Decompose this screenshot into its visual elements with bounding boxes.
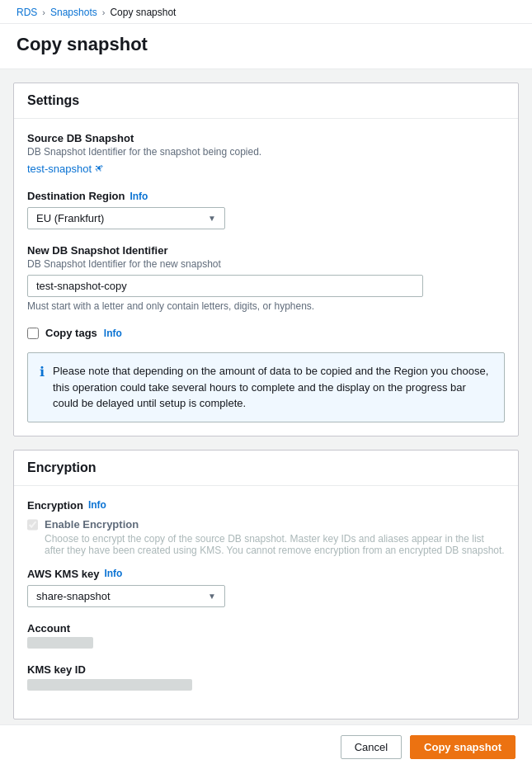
- new-db-snapshot-id-label: New DB Snapshot Identifier: [27, 244, 505, 257]
- enable-encryption-checkbox: [27, 519, 38, 531]
- copy-tags-info[interactable]: Info: [104, 328, 122, 339]
- copy-tags-label: Copy tags: [45, 327, 97, 339]
- new-db-snapshot-id-input[interactable]: [27, 275, 423, 297]
- enable-encryption-desc: Choose to encrypt the copy of the source…: [45, 533, 505, 556]
- breadcrumb-sep-2: ›: [102, 7, 106, 17]
- encryption-label-text: Encryption: [27, 499, 83, 512]
- copy-snapshot-button[interactable]: Copy snapshot: [410, 735, 516, 759]
- breadcrumb-current: Copy snapshot: [110, 7, 176, 18]
- page-title-area: Copy snapshot: [0, 24, 532, 69]
- settings-body: Source DB Snapshot DB Snapshot Identifie…: [14, 119, 518, 436]
- source-db-snapshot-group: Source DB Snapshot DB Snapshot Identifie…: [27, 132, 505, 175]
- settings-section: Settings Source DB Snapshot DB Snapshot …: [13, 83, 519, 436]
- kms-key-id-value: [27, 679, 192, 691]
- source-db-snapshot-desc: DB Snapshot Identifier for the snapshot …: [27, 146, 505, 158]
- aws-kms-key-value: share-snapshot: [36, 590, 111, 602]
- external-link-icon: [95, 164, 105, 174]
- destination-region-value: EU (Frankfurt): [36, 212, 104, 224]
- new-db-snapshot-id-hint: Must start with a letter and only contai…: [27, 300, 505, 312]
- new-db-snapshot-id-desc: DB Snapshot Identifier for the new snaps…: [27, 258, 505, 270]
- encryption-label-row: Encryption Info: [27, 499, 505, 512]
- breadcrumb: RDS › Snapshots › Copy snapshot: [0, 0, 532, 24]
- source-snapshot-link[interactable]: test-snapshot: [27, 163, 105, 175]
- source-snapshot-link-text: test-snapshot: [27, 163, 92, 175]
- breadcrumb-sep-1: ›: [42, 7, 45, 17]
- source-db-snapshot-label: Source DB Snapshot: [27, 132, 505, 144]
- breadcrumb-rds[interactable]: RDS: [16, 7, 37, 18]
- aws-kms-key-label-row: AWS KMS key Info: [27, 568, 505, 580]
- encryption-body: Encryption Info Enable Encryption Choose…: [14, 486, 518, 719]
- destination-region-info[interactable]: Info: [129, 191, 148, 202]
- page-footer: Cancel Copy snapshot: [0, 724, 532, 769]
- enable-encryption-label: Enable Encryption: [45, 518, 505, 531]
- aws-kms-key-group: AWS KMS key Info share-snapshot ▼: [27, 568, 505, 607]
- copy-tags-row: Copy tags Info: [27, 327, 505, 339]
- destination-region-label-row: Destination Region Info: [27, 190, 505, 202]
- destination-region-arrow: ▼: [208, 214, 216, 223]
- account-value: [27, 637, 93, 649]
- aws-kms-key-select[interactable]: share-snapshot ▼: [27, 585, 225, 607]
- new-db-snapshot-id-group: New DB Snapshot Identifier DB Snapshot I…: [27, 244, 505, 312]
- info-box-text: Please note that depending on the amount…: [53, 363, 492, 412]
- settings-header: Settings: [14, 83, 518, 119]
- enable-encryption-content: Enable Encryption Choose to encrypt the …: [45, 518, 505, 556]
- enable-encryption-row: Enable Encryption Choose to encrypt the …: [27, 518, 505, 556]
- destination-region-select[interactable]: EU (Frankfurt) ▼: [27, 207, 225, 229]
- aws-kms-key-label: AWS KMS key: [27, 568, 99, 580]
- destination-region-label: Destination Region: [27, 190, 125, 202]
- page-title: Copy snapshot: [16, 34, 516, 55]
- cancel-button[interactable]: Cancel: [341, 735, 402, 759]
- account-group: Account: [27, 622, 505, 649]
- encryption-info[interactable]: Info: [88, 499, 106, 511]
- kms-key-id-group: KMS key ID: [27, 663, 505, 691]
- account-label: Account: [27, 622, 505, 635]
- breadcrumb-snapshots[interactable]: Snapshots: [50, 7, 97, 18]
- encryption-section: Encryption Encryption Info Enable Encryp…: [13, 450, 519, 719]
- encryption-title: Encryption: [27, 460, 97, 474]
- info-box: ℹ Please note that depending on the amou…: [27, 352, 505, 422]
- aws-kms-key-info[interactable]: Info: [104, 568, 122, 579]
- kms-key-id-label: KMS key ID: [27, 663, 505, 676]
- destination-region-group: Destination Region Info EU (Frankfurt) ▼: [27, 190, 505, 229]
- encryption-header: Encryption: [14, 451, 518, 486]
- aws-kms-key-arrow: ▼: [208, 592, 216, 601]
- settings-title: Settings: [27, 93, 79, 107]
- copy-tags-checkbox[interactable]: [27, 328, 39, 339]
- info-box-icon: ℹ: [40, 364, 45, 412]
